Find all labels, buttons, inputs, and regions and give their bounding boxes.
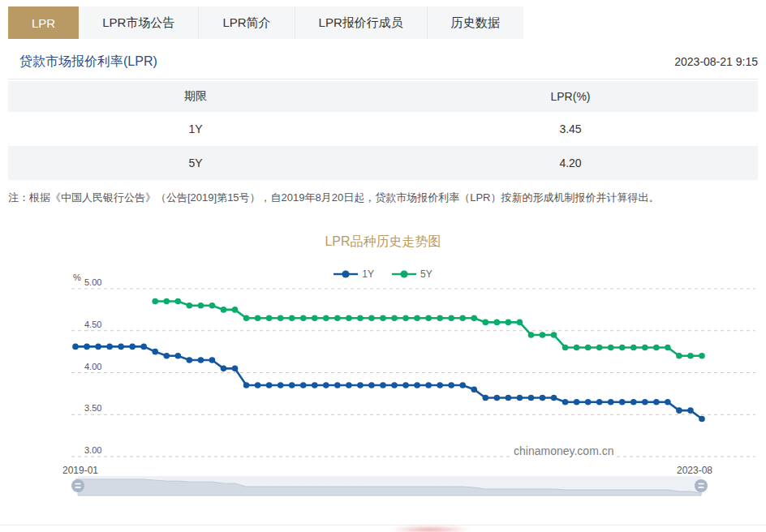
data-point <box>243 315 250 321</box>
data-point <box>300 382 307 388</box>
data-point <box>506 320 512 326</box>
data-point <box>312 315 318 321</box>
data-point <box>619 399 626 405</box>
data-point <box>232 366 239 372</box>
data-point <box>140 344 147 350</box>
data-point <box>106 344 113 350</box>
data-point <box>221 366 227 372</box>
data-point <box>483 395 489 401</box>
series-line-1y <box>75 346 702 418</box>
data-point <box>187 357 193 363</box>
data-point <box>175 353 182 359</box>
data-point <box>665 345 671 351</box>
data-point <box>368 315 375 321</box>
data-point <box>414 315 420 321</box>
data-point <box>653 345 660 351</box>
data-point <box>471 315 477 321</box>
data-point <box>676 353 682 359</box>
y-tick-label: 3.00 <box>84 445 101 455</box>
slider-handle-left[interactable] <box>71 479 84 492</box>
data-point <box>676 407 682 414</box>
data-point <box>72 344 79 350</box>
data-point <box>653 399 660 405</box>
data-point <box>630 345 637 351</box>
data-point <box>368 382 375 388</box>
data-point <box>402 382 409 388</box>
data-point <box>266 382 273 388</box>
data-point <box>163 298 170 305</box>
footer-divider <box>0 525 766 526</box>
data-point <box>232 307 239 313</box>
data-point <box>391 315 398 321</box>
data-point <box>198 302 204 309</box>
data-point <box>278 315 284 321</box>
data-point <box>209 357 216 363</box>
data-point <box>551 332 557 338</box>
data-point <box>596 399 603 405</box>
data-point <box>209 302 216 309</box>
data-point <box>528 332 535 338</box>
data-point <box>459 382 466 388</box>
data-point <box>459 315 466 321</box>
data-point <box>243 382 250 388</box>
data-point <box>687 407 694 414</box>
data-point <box>483 320 489 326</box>
data-point <box>448 315 454 321</box>
data-point <box>448 382 454 388</box>
data-point <box>118 344 124 350</box>
data-point <box>300 315 307 321</box>
data-point <box>323 382 329 388</box>
data-point <box>380 315 386 321</box>
x-axis-label-end: 2023-08 <box>677 465 712 476</box>
data-point <box>380 382 386 388</box>
footer-logo-blur <box>388 526 472 532</box>
data-point <box>163 353 170 359</box>
data-point <box>391 382 398 388</box>
slider-handle-right[interactable] <box>695 479 708 492</box>
data-point <box>687 353 694 359</box>
data-point <box>266 315 273 321</box>
data-point <box>699 416 705 423</box>
y-axis-unit: % <box>73 272 81 282</box>
data-point <box>471 386 477 393</box>
data-point <box>414 382 420 388</box>
data-point <box>289 315 295 321</box>
data-point <box>608 399 614 405</box>
data-point <box>585 399 592 405</box>
data-point <box>506 395 512 401</box>
data-point <box>642 345 648 351</box>
data-point <box>357 382 364 388</box>
data-point <box>129 344 136 350</box>
data-point <box>699 353 705 359</box>
data-point <box>346 315 352 321</box>
data-point <box>494 395 501 401</box>
data-point <box>175 298 182 305</box>
data-point <box>517 320 523 326</box>
data-point <box>289 382 295 388</box>
data-point <box>562 345 569 351</box>
y-tick-label: 4.50 <box>84 320 101 329</box>
data-point <box>437 315 443 321</box>
data-point <box>608 345 614 351</box>
y-tick-label: 5.00 <box>84 277 101 287</box>
data-point <box>630 399 637 405</box>
data-point <box>619 345 626 351</box>
data-point <box>152 298 158 305</box>
data-point <box>425 382 432 388</box>
data-point <box>494 320 501 326</box>
data-point <box>540 332 546 338</box>
data-point <box>665 399 671 405</box>
data-point <box>278 382 284 388</box>
data-point <box>402 315 409 321</box>
data-point <box>198 357 204 363</box>
data-point <box>334 315 341 321</box>
data-point <box>255 315 261 321</box>
data-point <box>517 395 523 401</box>
data-point <box>574 345 580 351</box>
data-point <box>187 302 193 309</box>
y-tick-label: 3.50 <box>84 403 101 413</box>
data-point <box>323 315 329 321</box>
y-tick-label: 4.00 <box>84 362 101 371</box>
data-point <box>312 382 318 388</box>
watermark-text: chinamoney.com.cn <box>511 444 616 457</box>
